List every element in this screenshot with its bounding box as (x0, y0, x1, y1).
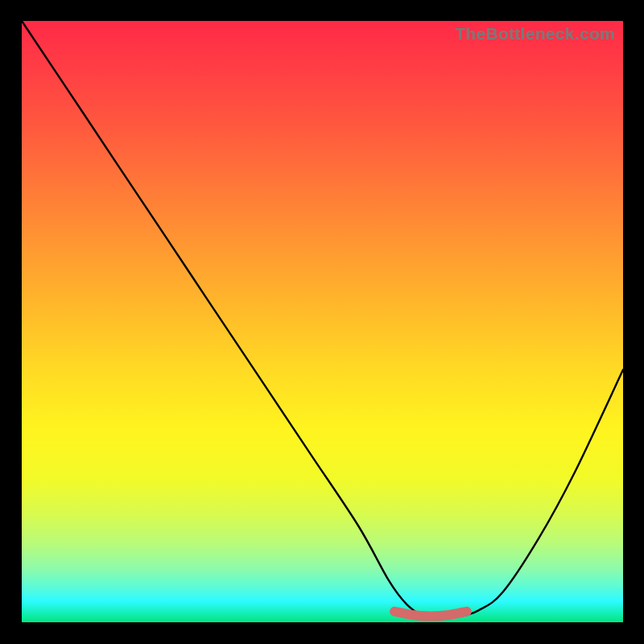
sweet-spot-path (394, 612, 467, 617)
bottleneck-curve-path (22, 21, 623, 617)
chart-stage: TheBottleneck.com (0, 0, 644, 644)
chart-plot-area: TheBottleneck.com (22, 21, 623, 622)
chart-svg (22, 21, 623, 622)
